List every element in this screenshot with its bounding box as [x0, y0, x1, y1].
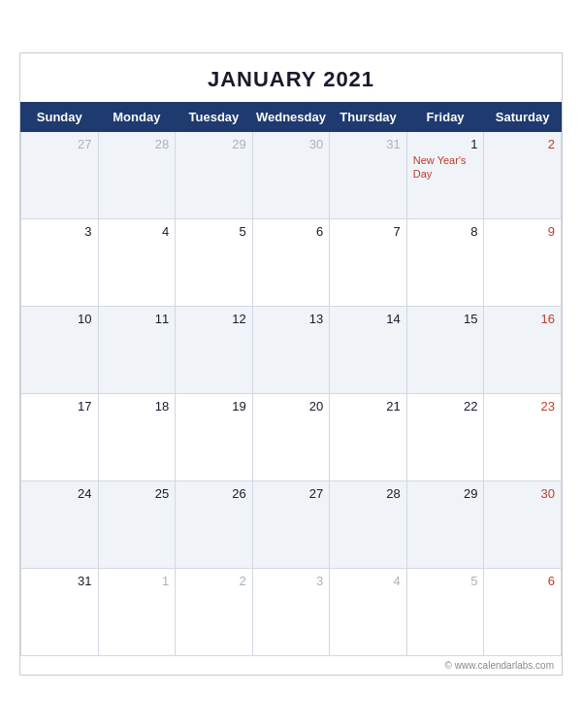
- day-number: 2: [490, 137, 555, 151]
- calendar-footer: © www.calendarlabs.com: [20, 656, 562, 675]
- day-number: 6: [259, 224, 324, 239]
- day-number: 6: [490, 574, 555, 588]
- day-number: 8: [413, 224, 478, 239]
- calendar-cell: 9: [484, 219, 562, 307]
- calendar-cell: 19: [176, 394, 253, 481]
- day-number: 1: [413, 137, 478, 151]
- day-number: 30: [259, 137, 324, 151]
- calendar-cell: 26: [176, 481, 253, 569]
- day-number: 22: [413, 399, 478, 414]
- weekday-header-row: SundayMondayTuesdayWednesdayThursdayFrid…: [21, 103, 562, 132]
- day-number: 21: [336, 399, 401, 414]
- day-number: 31: [336, 137, 401, 151]
- calendar-cell: 14: [330, 307, 407, 394]
- week-row-2: 3456789: [21, 219, 562, 307]
- calendar-cell: 7: [330, 219, 407, 307]
- calendar-cell: 18: [98, 394, 176, 481]
- calendar: JANUARY 2021 SundayMondayTuesdayWednesda…: [19, 52, 563, 676]
- calendar-cell: 31: [330, 132, 407, 219]
- day-number: 31: [27, 574, 92, 588]
- day-number: 3: [27, 224, 92, 239]
- calendar-cell: 8: [406, 219, 484, 307]
- day-number: 28: [105, 137, 170, 151]
- day-number: 5: [181, 224, 246, 239]
- day-number: 4: [105, 224, 170, 239]
- calendar-cell: 30: [484, 481, 562, 569]
- calendar-cell: 6: [252, 219, 330, 307]
- calendar-cell: 29: [406, 481, 484, 569]
- holiday-label: New Year's Day: [413, 153, 478, 182]
- weekday-header-sunday: Sunday: [21, 103, 99, 132]
- calendar-cell: 17: [21, 394, 99, 481]
- calendar-cell: 23: [484, 394, 562, 481]
- day-number: 7: [336, 224, 401, 239]
- calendar-cell: 2: [484, 132, 562, 219]
- calendar-cell: 10: [21, 307, 99, 394]
- calendar-cell: 15: [406, 307, 484, 394]
- day-number: 1: [105, 574, 170, 588]
- day-number: 30: [490, 486, 555, 501]
- day-number: 13: [259, 312, 324, 326]
- weekday-header-friday: Friday: [406, 103, 484, 132]
- calendar-cell: 11: [98, 307, 176, 394]
- calendar-cell: 16: [484, 307, 562, 394]
- week-row-1: 27282930311New Year's Day2: [21, 132, 562, 219]
- week-row-3: 10111213141516: [21, 307, 562, 394]
- day-number: 15: [413, 312, 478, 326]
- calendar-cell: 2: [176, 569, 253, 656]
- day-number: 20: [259, 399, 324, 414]
- weekday-header-thursday: Thursday: [330, 103, 407, 132]
- calendar-table: SundayMondayTuesdayWednesdayThursdayFrid…: [20, 102, 562, 656]
- week-row-6: 31123456: [21, 569, 562, 656]
- calendar-cell: 28: [98, 132, 176, 219]
- calendar-cell: 3: [21, 219, 99, 307]
- calendar-cell: 31: [21, 569, 99, 656]
- day-number: 10: [27, 312, 92, 326]
- calendar-cell: 6: [484, 569, 562, 656]
- calendar-cell: 3: [252, 569, 330, 656]
- calendar-cell: 1New Year's Day: [406, 132, 484, 219]
- day-number: 28: [336, 486, 401, 501]
- day-number: 26: [181, 486, 246, 501]
- calendar-cell: 22: [406, 394, 484, 481]
- calendar-cell: 29: [176, 132, 253, 219]
- calendar-cell: 20: [252, 394, 330, 481]
- weekday-header-saturday: Saturday: [484, 103, 562, 132]
- day-number: 24: [27, 486, 92, 501]
- day-number: 29: [181, 137, 246, 151]
- calendar-cell: 5: [406, 569, 484, 656]
- day-number: 17: [27, 399, 92, 414]
- day-number: 11: [105, 312, 170, 326]
- calendar-cell: 5: [176, 219, 253, 307]
- weekday-header-monday: Monday: [98, 103, 176, 132]
- week-row-5: 24252627282930: [21, 481, 562, 569]
- calendar-cell: 12: [176, 307, 253, 394]
- day-number: 19: [181, 399, 246, 414]
- calendar-cell: 24: [21, 481, 99, 569]
- day-number: 16: [490, 312, 555, 326]
- day-number: 23: [490, 399, 555, 414]
- week-row-4: 17181920212223: [21, 394, 562, 481]
- day-number: 12: [181, 312, 246, 326]
- weekday-header-wednesday: Wednesday: [252, 103, 330, 132]
- calendar-cell: 21: [330, 394, 407, 481]
- calendar-cell: 13: [252, 307, 330, 394]
- day-number: 27: [27, 137, 92, 151]
- calendar-cell: 27: [21, 132, 99, 219]
- calendar-cell: 30: [252, 132, 330, 219]
- calendar-cell: 28: [330, 481, 407, 569]
- calendar-cell: 25: [98, 481, 176, 569]
- day-number: 2: [181, 574, 246, 588]
- calendar-cell: 4: [330, 569, 407, 656]
- day-number: 27: [259, 486, 324, 501]
- day-number: 9: [490, 224, 555, 239]
- day-number: 18: [105, 399, 170, 414]
- weekday-header-tuesday: Tuesday: [176, 103, 253, 132]
- day-number: 5: [413, 574, 478, 588]
- calendar-cell: 1: [98, 569, 176, 656]
- calendar-title: JANUARY 2021: [20, 53, 562, 102]
- day-number: 14: [336, 312, 401, 326]
- day-number: 3: [259, 574, 324, 588]
- calendar-body: 27282930311New Year's Day234567891011121…: [21, 132, 562, 656]
- day-number: 29: [413, 486, 478, 501]
